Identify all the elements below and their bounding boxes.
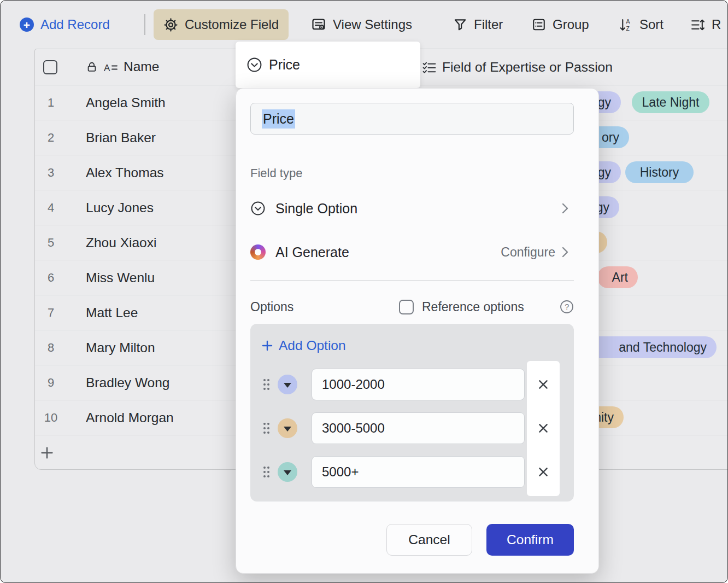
text-field-type-icon: A: [104, 61, 118, 75]
options-label: Options: [250, 300, 293, 314]
row-name: Zhou Xiaoxi: [86, 225, 156, 260]
customize-field-button[interactable]: Customize Field: [154, 9, 289, 40]
ai-generate-label: AI Generate: [275, 244, 349, 260]
customize-field-popup: Price Field type Single Option AI Genera…: [236, 88, 599, 574]
select-all-checkbox[interactable]: [43, 60, 57, 74]
option-value-text: 3000-5000: [322, 421, 385, 436]
delete-option-button[interactable]: [532, 461, 554, 483]
ai-generate-row[interactable]: AI Generate Configure: [250, 236, 574, 268]
option-color-swatch[interactable]: [278, 418, 297, 438]
group-button[interactable]: Group: [532, 1, 589, 49]
svg-text:A: A: [626, 19, 630, 25]
drag-handle-icon[interactable]: [262, 378, 271, 391]
single-option-icon: [250, 201, 266, 216]
close-x-icon: [537, 422, 549, 434]
option-value-input[interactable]: 5000+: [312, 456, 525, 488]
delete-option-button[interactable]: [532, 374, 554, 395]
toolbar-divider: [144, 14, 145, 35]
field-name-selected-text: Price: [262, 109, 295, 129]
add-option-label: Add Option: [279, 338, 346, 353]
chevron-right-icon: [562, 203, 568, 214]
plus-icon: [261, 340, 273, 352]
add-option-button[interactable]: Add Option: [261, 338, 346, 353]
row-height-icon: [690, 18, 705, 32]
reference-options-checkbox[interactable]: [399, 300, 414, 314]
row-number: 8: [35, 330, 67, 365]
single-option-field-icon: [246, 57, 262, 73]
option-row: 5000+: [250, 456, 574, 488]
sort-label: Sort: [639, 17, 664, 32]
dropdown-triangle-icon: [284, 427, 291, 432]
add-record-label: Add Record: [40, 17, 110, 32]
row-height-label: R: [712, 17, 721, 32]
svg-text:Z: Z: [626, 25, 630, 31]
sort-az-icon: A Z: [618, 18, 633, 32]
drag-handle-icon[interactable]: [262, 465, 271, 479]
row-number: 9: [35, 365, 67, 400]
option-value-text: 5000+: [322, 464, 359, 480]
column-header-expertise[interactable]: Field of Expertise or Passion: [422, 49, 613, 85]
field-name-input[interactable]: Price: [250, 103, 574, 135]
customize-field-label: Customize Field: [185, 17, 279, 32]
help-circle-icon[interactable]: ?: [560, 300, 574, 314]
delete-option-button[interactable]: [532, 417, 554, 439]
option-value-text: 1000-2000: [322, 377, 385, 392]
row-number: 6: [35, 260, 67, 295]
field-type-label: Field type: [250, 166, 302, 180]
column-header-price-label: Price: [269, 57, 300, 73]
lock-icon: [86, 61, 98, 73]
option-color-swatch[interactable]: [278, 462, 297, 482]
row-name: Mary Milton: [86, 330, 155, 365]
row-number: 3: [35, 155, 67, 190]
chevron-right-icon: [562, 247, 568, 258]
close-x-icon: [537, 466, 549, 478]
row-name: Bradley Wong: [86, 365, 169, 400]
column-header-name[interactable]: Name: [124, 59, 159, 74]
option-color-swatch[interactable]: [278, 375, 297, 394]
row-number: 7: [35, 295, 67, 330]
row-height-button[interactable]: R: [690, 1, 721, 49]
app-window: + Add Record Customize Field View Settin…: [0, 0, 728, 583]
option-row: 1000-2000: [250, 369, 574, 400]
group-icon: [532, 18, 546, 32]
option-value-input[interactable]: 1000-2000: [312, 369, 525, 400]
close-x-icon: [537, 378, 549, 390]
popup-divider: [250, 280, 574, 281]
row-name: Miss Wenlu: [86, 260, 155, 295]
row-name: Lucy Jones: [86, 190, 154, 225]
multi-select-field-icon: [422, 60, 437, 75]
sort-button[interactable]: A Z Sort: [618, 1, 664, 49]
row-name: Angela Smith: [86, 85, 166, 120]
svg-text:?: ?: [565, 302, 569, 311]
options-panel: Add Option 1000-2000 3000-5000: [250, 324, 574, 502]
filter-button[interactable]: Filter: [453, 1, 503, 49]
cancel-button[interactable]: Cancel: [386, 524, 472, 556]
row-number: 4: [35, 190, 67, 225]
row-number: 5: [35, 225, 67, 260]
option-value-input[interactable]: 3000-5000: [312, 412, 525, 444]
plus-icon: [39, 445, 55, 460]
ai-generate-icon: [250, 244, 266, 260]
drag-handle-icon[interactable]: [262, 422, 271, 435]
column-header-price[interactable]: Price: [236, 42, 420, 88]
svg-text:A: A: [104, 63, 110, 73]
gear-icon: [163, 18, 178, 32]
dropdown-triangle-icon: [284, 383, 291, 388]
filter-label: Filter: [474, 17, 503, 32]
confirm-button[interactable]: Confirm: [486, 524, 574, 556]
options-header-row: Options Reference options ?: [250, 294, 574, 320]
configure-label: Configure: [501, 245, 555, 260]
dropdown-triangle-icon: [284, 470, 291, 475]
view-settings-icon: [311, 17, 326, 32]
add-record-button[interactable]: + Add Record: [20, 1, 110, 49]
row-number: 1: [35, 85, 67, 120]
view-settings-label: View Settings: [333, 17, 412, 32]
column-header-expertise-label: Field of Expertise or Passion: [442, 60, 613, 75]
option-row: 3000-5000: [250, 412, 574, 444]
field-type-value: Single Option: [275, 201, 357, 217]
row-number: 10: [35, 400, 67, 435]
group-label: Group: [553, 17, 589, 32]
reference-options-label: Reference options: [422, 300, 524, 314]
row-name: Arnold Morgan: [86, 400, 174, 435]
field-type-selector[interactable]: Single Option: [250, 193, 574, 224]
